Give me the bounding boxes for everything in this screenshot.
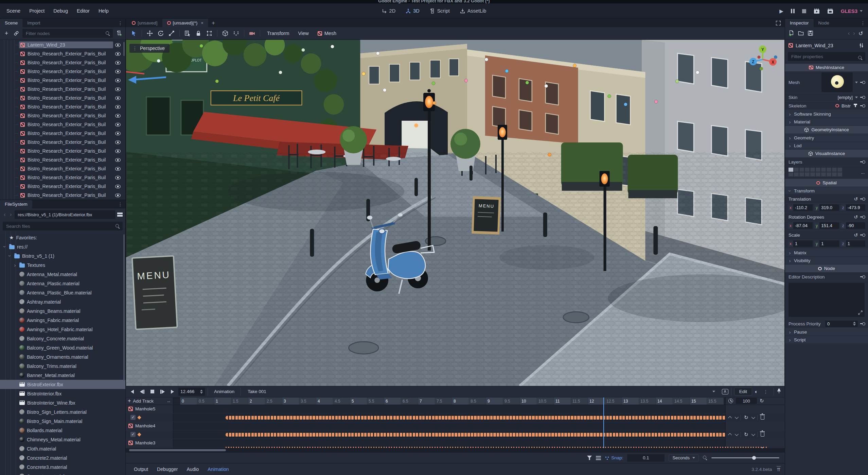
filter-tracks-icon[interactable] xyxy=(587,456,592,460)
scene-tab-unsaved-active[interactable]: [unsaved](*) × xyxy=(162,19,208,27)
scrollbar-thumb[interactable] xyxy=(123,234,125,380)
history-icon[interactable]: ↺ xyxy=(858,30,865,36)
delete-track-icon[interactable] xyxy=(761,415,764,420)
timeline-tick[interactable]: 7.5 xyxy=(435,397,452,405)
track-group-manhole4[interactable]: Manhole4 xyxy=(126,422,785,430)
filesystem-item[interactable]: ›Balcony_Green_Wood.material xyxy=(0,343,125,352)
timeline-tick[interactable]: 7 xyxy=(418,397,435,405)
light-gizmo-dot[interactable] xyxy=(376,52,379,55)
visibility-eye-icon[interactable] xyxy=(115,70,121,73)
filesystem-item[interactable]: ›Chimneys_Metal.material xyxy=(0,435,125,444)
light-gizmo-dot[interactable] xyxy=(505,69,509,73)
revert-icon[interactable]: ↺ xyxy=(854,232,858,238)
filter-nodes-input[interactable] xyxy=(22,29,113,38)
light-gizmo-dot[interactable] xyxy=(200,44,203,48)
timeline-tick[interactable]: 4.5 xyxy=(333,397,350,405)
pin-panel-icon[interactable] xyxy=(777,388,781,395)
timeline-tick[interactable]: 0.5 xyxy=(197,397,214,405)
timeline-tick[interactable]: 5.5 xyxy=(367,397,384,405)
vector3-editor[interactable]: x1y1z1 xyxy=(785,239,868,249)
scale-tool-button[interactable] xyxy=(167,29,176,38)
timeline-tick[interactable]: 2 xyxy=(248,397,265,405)
close-tab-icon[interactable]: × xyxy=(201,20,203,26)
anim-prev-button[interactable] xyxy=(138,390,146,394)
filesystem-item[interactable]: ›Bistro_Sign_Letters.material xyxy=(0,407,125,417)
visibility-eye-icon[interactable] xyxy=(115,149,121,153)
mesh-menu[interactable]: Mesh xyxy=(314,29,340,37)
anim-stop-button[interactable] xyxy=(149,390,156,393)
visibility-eye-icon[interactable] xyxy=(115,176,121,180)
scene-tree-item[interactable]: Lantern_Wind_23 xyxy=(0,40,125,49)
workspace-assetlib[interactable]: AssetLib xyxy=(457,6,490,15)
track-keys-manhole5[interactable]: ✓↻ xyxy=(126,413,785,422)
filesystem-item[interactable]: ›Cloth.material xyxy=(0,444,125,453)
timeline-tick[interactable]: 10.5 xyxy=(537,397,554,405)
layer-cell[interactable] xyxy=(837,168,842,172)
anim-length-field[interactable]: 100 xyxy=(736,398,757,404)
pan-timeline-icon[interactable]: ↔ xyxy=(166,398,171,404)
filesystem-item[interactable]: ›Balcony_Ornaments.material xyxy=(0,352,125,361)
filesystem-item[interactable]: ›Ashtray.material xyxy=(0,297,125,306)
mesh-preview-thumbnail[interactable] xyxy=(821,72,853,92)
view-menu[interactable]: View xyxy=(295,29,313,37)
filter-properties-field[interactable] xyxy=(788,53,865,59)
dropdown-arrow-icon[interactable] xyxy=(855,97,858,98)
visibility-eye-icon[interactable] xyxy=(115,79,121,82)
play-button[interactable]: ▶ xyxy=(779,8,783,14)
snap-unit-select[interactable]: Seconds xyxy=(669,454,699,461)
section-visibility[interactable]: ›Visibility xyxy=(785,257,868,265)
snap-value-field[interactable] xyxy=(627,454,665,462)
menu-project[interactable]: Project xyxy=(25,6,49,16)
section-script[interactable]: ›Script xyxy=(785,336,868,344)
stop-button[interactable] xyxy=(802,9,806,13)
layer-cell[interactable] xyxy=(794,168,799,172)
vector3-editor[interactable]: x-87.04y151.4z-90 xyxy=(785,221,868,231)
anim-edit-button[interactable]: Edit xyxy=(734,388,752,395)
layer-cell[interactable] xyxy=(816,172,820,176)
insert-key-icon[interactable] xyxy=(860,96,865,99)
timeline-tick[interactable]: 15 xyxy=(690,397,707,405)
filesystem-item[interactable]: ›Antenna_Plastic.material xyxy=(0,279,125,288)
layer-cell[interactable] xyxy=(805,168,810,172)
anim-next-button[interactable] xyxy=(159,390,166,394)
timeline-tick[interactable]: 6 xyxy=(384,397,401,405)
add-node-button[interactable]: + xyxy=(3,30,10,37)
tab-filesystem[interactable]: FileSystem xyxy=(0,200,32,208)
visibility-eye-icon[interactable] xyxy=(115,52,121,56)
revert-icon[interactable]: ↺ xyxy=(854,196,858,202)
scene-tree-item[interactable]: Bistro_Research_Exterior_Paris_Buil xyxy=(0,129,125,138)
chevron-up-icon[interactable] xyxy=(728,433,732,437)
light-gizmo-dot[interactable] xyxy=(485,58,488,61)
animation-clip-select[interactable]: Take 001 xyxy=(244,389,719,394)
filesystem-item[interactable]: ›Bollards.material xyxy=(0,426,125,435)
layer-cell[interactable] xyxy=(810,168,815,172)
layer-cell[interactable] xyxy=(810,172,815,176)
filter-properties-input[interactable] xyxy=(788,52,865,61)
scene-tree-item[interactable]: Bistro_Research_Exterior_Paris_Buil xyxy=(0,120,125,129)
select-tool-button[interactable] xyxy=(129,29,139,38)
anim-play-button[interactable] xyxy=(169,390,176,394)
snap-value-input[interactable] xyxy=(627,454,665,462)
expand-icon[interactable] xyxy=(858,310,863,315)
fold-arrow-icon[interactable]: › xyxy=(7,254,13,258)
current-path[interactable]: res://Bistro_v5_1 (1)/BistroExterior.fbx xyxy=(15,210,115,219)
light-gizmo-dot[interactable] xyxy=(675,80,679,83)
filesystem-item[interactable]: ›res:// xyxy=(0,242,125,251)
visibility-eye-icon[interactable] xyxy=(115,185,121,188)
lock-icon[interactable] xyxy=(194,29,203,38)
fold-arrow-icon[interactable]: › xyxy=(2,245,8,249)
scene-tree-item[interactable]: Bistro_Research_Exterior_Paris_Buil xyxy=(0,76,125,85)
timeline-tick[interactable]: 11 xyxy=(554,397,571,405)
history-forward-icon[interactable]: › xyxy=(853,30,855,37)
snap-toggle-icon[interactable] xyxy=(231,29,241,38)
animation-track-area[interactable]: + Add Track ↔ 00.511.522.533.544.555.566… xyxy=(126,397,785,448)
visibility-eye-icon[interactable] xyxy=(115,43,121,47)
filesystem-item[interactable]: ›Bistro_Sign_Main.material xyxy=(0,417,125,426)
timeline-ruler[interactable]: + Add Track ↔ 00.511.522.533.544.555.566… xyxy=(126,397,785,405)
timeline-tick[interactable]: 0 xyxy=(180,397,197,405)
layer-cell[interactable] xyxy=(805,172,810,176)
property-mesh[interactable]: Mesh xyxy=(785,72,868,93)
scene-tree-item[interactable]: Bistro_Research_Exterior_Paris_Buil xyxy=(0,67,125,76)
play-custom-scene-button[interactable] xyxy=(827,9,833,14)
section-lod[interactable]: ›Lod xyxy=(785,142,868,150)
